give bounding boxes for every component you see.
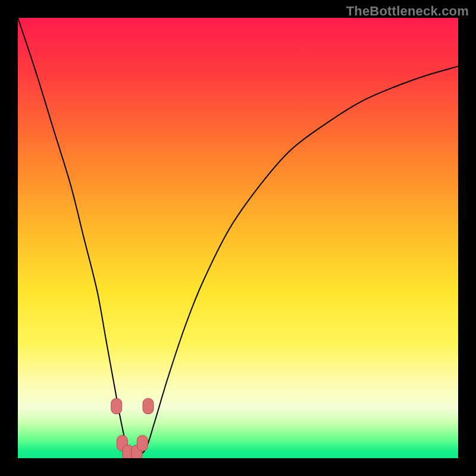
curve-marker: [137, 436, 148, 451]
watermark-text: TheBottleneck.com: [346, 4, 469, 19]
curve-marker: [111, 399, 122, 414]
chart-frame: TheBottleneck.com: [0, 0, 476, 476]
plot-svg: [18, 18, 458, 458]
plot-area: [18, 18, 458, 458]
curve-marker: [143, 399, 154, 414]
